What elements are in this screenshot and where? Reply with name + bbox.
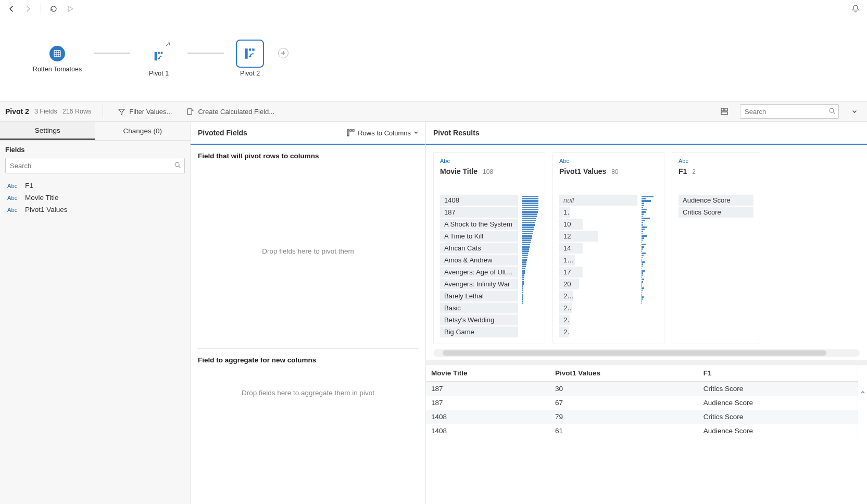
collapse-toggle[interactable] (847, 106, 862, 117)
card-value-count: 2 (692, 168, 696, 175)
rows-to-columns-dropdown[interactable]: Rows to Columns (346, 129, 418, 137)
table-header[interactable]: Movie Title (426, 365, 550, 382)
pivot-agg-dropzone[interactable]: Drop fields here to aggregate them in pi… (198, 369, 418, 416)
create-calculated-field-button[interactable]: Create Calculated Field... (183, 106, 278, 118)
table-row[interactable]: 18767Audience Score (426, 396, 858, 410)
table-row[interactable]: 18730Critics Score (426, 382, 858, 396)
results-search (740, 104, 839, 119)
card-value-item[interactable]: Barely Lethal (440, 291, 518, 301)
notifications-button[interactable] (848, 2, 863, 16)
flow-canvas[interactable]: Rotten Tomatoes Pivot 1 Pivot 2 (0, 18, 867, 101)
field-name: F1 (25, 182, 33, 190)
table-header[interactable]: F1 (698, 365, 858, 382)
svg-rect-9 (249, 48, 251, 51)
card-value-item[interactable]: 187 (440, 207, 518, 218)
card-value-item[interactable]: Amos & Andrew (440, 255, 518, 266)
fields-heading: Fields (5, 146, 185, 154)
card-value-item[interactable]: 1408 (440, 195, 518, 206)
card-value-item[interactable]: 21 (559, 291, 573, 301)
card-value-item[interactable]: 23 (559, 314, 570, 325)
layout-icon (720, 107, 728, 116)
card-value-item[interactable]: 14 (559, 243, 583, 254)
svg-rect-13 (187, 108, 192, 114)
fields-count: 3 Fields (34, 108, 57, 115)
table-header[interactable]: Pivot1 Values (550, 365, 698, 382)
table-row[interactable]: 140861Audience Score (426, 424, 858, 438)
card-value-item[interactable]: A Shock to the System (440, 219, 518, 230)
tab-settings[interactable]: Settings (0, 122, 95, 140)
results-table-wrap: Movie TitlePivot1 ValuesF1 18730Critics … (426, 360, 867, 438)
card-value-item[interactable]: 10 (559, 219, 583, 230)
card-value-item[interactable]: Audience Score (678, 195, 753, 206)
svg-point-21 (175, 162, 179, 167)
field-name: Movie Title (25, 194, 59, 201)
search-icon (174, 161, 181, 169)
pivot-agg-section-title: Field to aggregate for new columns (191, 349, 425, 369)
card-title: Pivot1 Values80 (559, 167, 658, 182)
card-value-item[interactable]: A Time to Kill (440, 231, 518, 242)
field-item[interactable]: AbcF1 (6, 180, 184, 192)
svg-rect-23 (347, 130, 349, 136)
card-value-item[interactable]: 12 (559, 231, 598, 242)
flow-node-source[interactable]: Rotten Tomatoes (21, 46, 94, 73)
field-list: AbcF1 AbcMovie Title AbcPivot1 Values (5, 180, 185, 216)
step-name: Pivot 2 (5, 107, 29, 116)
rows-to-columns-icon (346, 129, 355, 137)
flow-connector (187, 53, 224, 54)
add-step-button[interactable] (278, 48, 288, 58)
type-abc-icon: Abc (7, 207, 20, 213)
card-value-item[interactable]: Avengers: Age of Ultron (440, 267, 518, 278)
type-abc-icon: Abc (559, 158, 658, 164)
view-toggle-button[interactable] (717, 105, 732, 118)
flow-node-pivot2[interactable]: Pivot 2 (224, 42, 276, 78)
card-value-item[interactable]: Critics Score (678, 207, 753, 218)
svg-rect-7 (161, 52, 163, 54)
result-card[interactable]: AbcPivot1 Values80null110121415172021222… (552, 152, 664, 344)
table-cell: Critics Score (698, 410, 858, 424)
back-button[interactable] (4, 2, 19, 16)
card-value-item[interactable]: 20 (559, 279, 579, 289)
card-value-item[interactable]: Avengers: Infinity War (440, 279, 518, 289)
flow-node-pivot1[interactable]: Pivot 1 (130, 42, 187, 78)
pivot-results-title: Pivot Results (433, 129, 480, 137)
card-value-item[interactable]: 15 (559, 255, 575, 266)
fields-search-input[interactable] (5, 158, 185, 173)
table-cell: 1408 (426, 424, 550, 438)
card-value-item[interactable]: African Cats (440, 243, 518, 254)
filter-values-button[interactable]: Filter Values... (115, 106, 175, 118)
pivot-rows-dropzone[interactable]: Drop fields here to pivot them (198, 165, 418, 337)
type-abc-icon: Abc (7, 183, 20, 189)
type-abc-icon: Abc (678, 158, 753, 164)
card-value-item[interactable]: null (559, 195, 637, 206)
field-item[interactable]: AbcPivot1 Values (6, 204, 184, 216)
card-value-item[interactable]: Big Game (440, 326, 518, 337)
tab-changes[interactable]: Changes (0) (95, 122, 191, 140)
card-value-item[interactable]: Basic (440, 303, 518, 313)
table-row[interactable]: 140879Critics Score (426, 410, 858, 424)
svg-rect-10 (252, 48, 254, 51)
result-card[interactable]: AbcF12Audience ScoreCritics Score (672, 152, 760, 344)
refresh-button[interactable] (46, 2, 61, 16)
sidebar-tabs: Settings Changes (0) (0, 122, 190, 141)
results-cards-row: AbcMovie Title1081408187A Shock to the S… (426, 145, 867, 348)
card-value-count: 108 (483, 168, 493, 175)
table-vertical-scrollbar[interactable] (858, 365, 867, 438)
card-title: Movie Title108 (440, 167, 538, 182)
svg-line-22 (179, 167, 181, 168)
work-area: Settings Changes (0) Fields AbcF1 AbcMov… (0, 122, 867, 504)
card-value-count: 80 (611, 168, 618, 175)
card-value-item[interactable]: Betsy's Wedding (440, 314, 518, 325)
table-cell: 1408 (426, 410, 550, 424)
card-value-item[interactable]: 24 (559, 326, 569, 337)
result-card[interactable]: AbcMovie Title1081408187A Shock to the S… (433, 152, 545, 344)
forward-button[interactable] (21, 2, 35, 16)
card-value-item[interactable]: 17 (559, 267, 583, 278)
flow-node-label: Pivot 2 (240, 70, 260, 78)
run-flow-button[interactable] (63, 2, 78, 16)
svg-rect-18 (721, 112, 727, 115)
card-value-item[interactable]: 1 (559, 207, 570, 218)
card-value-item[interactable]: 22 (559, 303, 572, 313)
results-search-input[interactable] (740, 104, 839, 119)
field-item[interactable]: AbcMovie Title (6, 192, 184, 204)
cards-horizontal-scrollbar[interactable] (433, 349, 860, 357)
